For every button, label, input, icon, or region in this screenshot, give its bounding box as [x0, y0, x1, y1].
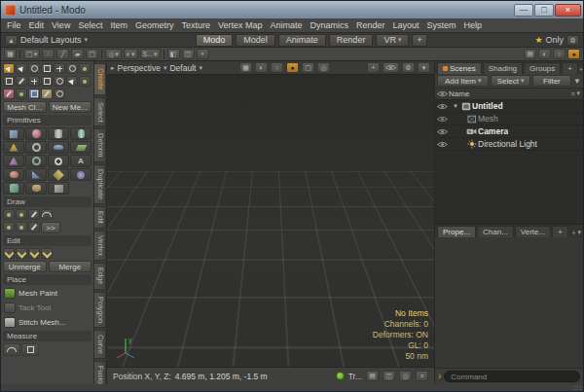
smooth-shift-tool-icon[interactable] [66, 76, 78, 87]
workplane-button[interactable]: ◫ [182, 49, 195, 59]
tack-tool[interactable]: Tack Tool [3, 302, 91, 314]
restore-layout-icon[interactable]: ▲ [5, 35, 18, 46]
wireframe-view-icon[interactable]: ○ [271, 62, 283, 73]
slice-tool-icon[interactable] [28, 76, 40, 87]
vtab-edge[interactable]: Edge [94, 263, 106, 290]
menu-geometry[interactable]: Geometry [131, 18, 178, 32]
filter-funnel-icon[interactable]: ▼ [573, 77, 581, 86]
move-tool-icon[interactable] [16, 63, 27, 74]
close-button[interactable]: × [555, 4, 581, 17]
overlay-toggle-icon[interactable]: ◎ [317, 62, 330, 73]
action-center-tool-icon[interactable] [79, 63, 91, 74]
lasso-select-tool-icon[interactable] [3, 76, 15, 87]
primitive-dodecahedron-icon[interactable] [3, 182, 24, 195]
tab-animate[interactable]: Animate [278, 34, 326, 47]
bevel-tool-icon[interactable] [41, 76, 53, 87]
edges-mode-button[interactable]: ╱ [56, 49, 69, 59]
primitives-section-header[interactable]: Primitives [3, 115, 91, 125]
only-toggle[interactable]: Only [546, 35, 565, 45]
menu-layout[interactable]: Layout [389, 18, 423, 32]
more-draw-tools-button[interactable]: >> [41, 222, 60, 233]
unmerge-button[interactable]: Unmerge [3, 261, 47, 272]
menu-system[interactable]: System [423, 18, 460, 32]
action-center-dropdown[interactable]: ◎▾ [105, 49, 122, 59]
mesh-cleanup-button[interactable]: Mesh Cl... [3, 101, 47, 113]
viewport-options-icon[interactable]: ▾ [418, 62, 430, 73]
bezier-tool-icon[interactable] [16, 209, 27, 220]
menu-edit[interactable]: Edit [25, 18, 49, 32]
visibility-toggle[interactable] [435, 141, 449, 148]
primitive-pyramid-icon[interactable] [3, 155, 24, 167]
primitive-diamond-icon[interactable] [48, 168, 69, 181]
sculpt-tool-icon[interactable] [16, 89, 27, 99]
scale-tool-icon[interactable] [41, 63, 53, 74]
tab-render[interactable]: Render [329, 34, 374, 47]
table-row-mesh[interactable]: Mesh [435, 113, 583, 125]
playback-status-icon[interactable] [336, 372, 345, 380]
camera-view-dropdown[interactable]: Perspective ▾ [118, 63, 167, 73]
menu-help[interactable]: Help [460, 18, 487, 32]
resize-grip[interactable] [573, 385, 581, 390]
tab-vertex-maps[interactable]: Verte... [515, 226, 551, 237]
element-move-button[interactable]: + [197, 49, 209, 59]
eye-icon[interactable] [383, 62, 399, 73]
tab-shading[interactable]: Shading [483, 62, 523, 74]
transform-tool-icon[interactable] [54, 63, 65, 74]
primitive-torus-icon[interactable] [25, 141, 47, 154]
primitive-ellipsoid-icon[interactable] [3, 168, 24, 181]
weld-tool-icon[interactable] [41, 248, 53, 259]
curve-fill-tool-icon[interactable] [28, 222, 40, 232]
name-column-header[interactable]: Name [449, 89, 469, 98]
measure-section-header[interactable]: Measure [3, 331, 91, 341]
visibility-column-header[interactable] [435, 90, 449, 97]
airbrush-tool-icon[interactable] [3, 89, 15, 99]
merge-button[interactable]: Merge [49, 261, 92, 272]
menu-dynamics[interactable]: Dynamics [307, 18, 353, 32]
curve-tool-icon[interactable] [3, 209, 15, 220]
render-preview-icon[interactable]: ● [567, 49, 580, 59]
menu-render[interactable]: Render [352, 18, 389, 32]
list-filter-icon[interactable]: ▾ [576, 89, 580, 97]
uv-tool-icon[interactable] [28, 89, 40, 99]
primitive-sphere-icon[interactable] [25, 127, 47, 140]
menu-item[interactable]: Item [106, 18, 131, 32]
vtab-polygon[interactable]: Polygon [94, 292, 106, 328]
add-item-button[interactable]: Add Item ▾ [437, 75, 489, 87]
angle-measure-tool-icon[interactable] [3, 343, 20, 356]
table-row-directional-light[interactable]: Directional Light [435, 138, 583, 151]
menu-animate[interactable]: Animate [266, 18, 306, 32]
tab-channels[interactable]: Chan... [477, 226, 514, 237]
sketch-tool-icon[interactable] [3, 222, 15, 232]
status-options-icon[interactable]: ≡ [416, 371, 428, 381]
display-settings-icon[interactable]: ▤ [366, 371, 379, 381]
snap-tool-icon[interactable] [54, 89, 65, 99]
stitch-mesh-tool[interactable]: Stitch Mesh... [3, 316, 91, 329]
join-tool-icon[interactable] [3, 248, 15, 259]
solid-sketch-icon[interactable] [48, 182, 69, 195]
star-icon[interactable]: ★ [534, 35, 542, 45]
falloff-dropdown[interactable]: ◐▾ [124, 49, 138, 59]
hair-tool-icon[interactable] [41, 89, 53, 99]
primitive-disc-icon[interactable] [48, 141, 69, 154]
vtab-edit[interactable]: Edit [94, 206, 106, 229]
tab-modo[interactable]: Modo [196, 34, 234, 47]
viewport-canvas[interactable]: y No Items Channels: 0 Deformers: ON GL:… [107, 75, 434, 367]
snapping-dropdown[interactable]: S...▾ [140, 49, 161, 59]
vtab-create[interactable]: Create [94, 63, 106, 95]
maximize-button[interactable]: □ [534, 4, 554, 17]
symmetry-button[interactable]: ◧ [167, 49, 180, 59]
menu-select[interactable]: Select [74, 18, 106, 32]
view-options-icon[interactable]: ▤ [524, 49, 536, 59]
add-panel-tab-button[interactable]: + [562, 62, 578, 74]
primitive-cylinder-icon[interactable] [48, 127, 69, 140]
select-dropdown[interactable]: Select ▾ [491, 75, 529, 87]
ghost-mode-icon[interactable]: ◐ [538, 49, 551, 59]
ring-select-icon[interactable]: ○ [553, 49, 566, 59]
polygons-mode-button[interactable]: ▰ [71, 49, 84, 59]
list-columns-icon[interactable]: ≡ [570, 90, 574, 97]
split-tool-icon[interactable] [16, 248, 27, 259]
advanced-shading-icon[interactable]: ● [286, 62, 299, 73]
primitive-cube-icon[interactable] [3, 127, 24, 140]
items-mode-button[interactable]: ▢ [86, 49, 98, 59]
vtab-curve[interactable]: Curve [94, 330, 106, 359]
